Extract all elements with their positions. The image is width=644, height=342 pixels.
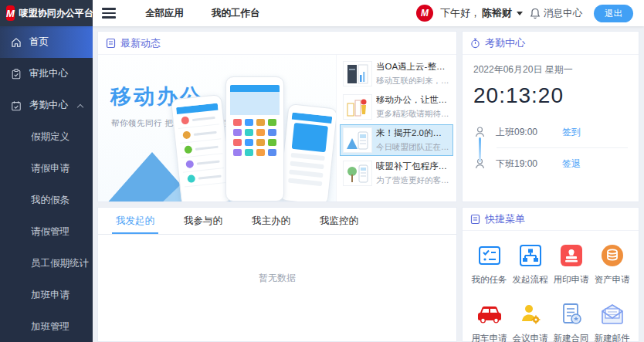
quick-item-new-mail[interactable]: 新建邮件: [591, 302, 632, 342]
sidebar-item-label: 审批中心: [29, 67, 68, 80]
check-out-link[interactable]: 签退: [562, 157, 581, 171]
quick-item-asset-request[interactable]: 资产申请: [591, 243, 632, 286]
sidebar-item-attendance-center[interactable]: 考勤中心: [0, 90, 93, 121]
quick-item-meeting-request[interactable]: 会议申请: [510, 302, 551, 342]
quick-item-label: 新建邮件: [591, 333, 632, 342]
quick-menu-grid: 我的任务 发起流程 用印申请 资产申请 用车申请 会议申请 新建合同 新建邮件: [463, 231, 639, 342]
home-icon: [11, 37, 22, 48]
quick-item-label: 我的任务: [469, 274, 510, 286]
tasks-panel: 我发起的 我参与的 我主办的 我监控的 暂无数据: [97, 207, 457, 342]
attendance-clock: 20:13:20: [473, 83, 628, 108]
document-icon: [106, 38, 116, 49]
sidebar-subitem-overtime-management[interactable]: 加班管理: [0, 311, 93, 342]
quick-menu-header: 快捷菜单: [463, 208, 639, 231]
greeting-text: 下午好，: [440, 6, 480, 20]
bell-icon: [530, 8, 541, 19]
quick-item-vehicle-request[interactable]: 用车申请: [469, 302, 510, 342]
sidebar-item-approval-center[interactable]: 审批中心: [0, 58, 93, 90]
attendance-date: 2022年06月20日 星期一: [473, 63, 628, 76]
news-item[interactable]: 唛盟补丁包程序更新 为了营造更好的客户体验，唛: [340, 157, 453, 189]
stopwatch-icon: [470, 38, 480, 49]
news-title: 唛盟补丁包程序更新: [376, 161, 450, 172]
sidebar-item-label: 考勤中心: [29, 99, 68, 112]
sidebar-item-label: 首页: [29, 36, 49, 49]
news-item[interactable]: 当OA遇上云-整个协同OA 移动互联的到来，让OA与云: [340, 58, 453, 90]
tab-monitored-by-me[interactable]: 我监控的: [305, 208, 373, 234]
quick-item-my-tasks[interactable]: 我的任务: [469, 243, 510, 286]
quick-menu-panel: 快捷菜单 我的任务 发起流程 用印申请 资产申请 用车申请 会议申请 新建合: [462, 207, 639, 342]
panel-title: 快捷菜单: [485, 212, 525, 226]
brand-logo: M: [6, 5, 15, 21]
nav-all-apps[interactable]: 全部应用: [145, 7, 184, 20]
logout-button[interactable]: 退出: [594, 5, 633, 22]
panel-title: 最新动态: [120, 36, 161, 50]
news-item-selected[interactable]: 来！揭开2.0的神秘面纱- 今日唛盟团队正在加班加点,: [340, 124, 453, 156]
attendance-body: 2022年06月20日 星期一 20:13:20 上班09:00 签到 下班19…: [463, 55, 639, 184]
check-in-label: 上班09:00: [496, 126, 537, 139]
news-title: 移动办公，让世界触手可: [376, 94, 450, 106]
sidebar-subitem-leave-request[interactable]: 请假申请: [0, 153, 93, 185]
tab-hosted-by-me[interactable]: 我主办的: [237, 208, 305, 234]
sidebar-subitem-holiday-definition[interactable]: 假期定义: [0, 121, 93, 153]
document-icon: [470, 214, 480, 225]
sidebar-subitem-my-leave-slips[interactable]: 我的假条: [0, 185, 93, 216]
check-in-row: 上班09:00 签到: [473, 120, 628, 144]
quick-item-label: 用印申请: [551, 274, 591, 286]
avatar[interactable]: M: [416, 5, 433, 22]
person-icon: [473, 126, 486, 138]
news-panel-header: 最新动态: [98, 32, 456, 55]
quick-item-seal-request[interactable]: 用印申请: [551, 243, 591, 286]
phone-mockup: [225, 76, 284, 201]
logo-block[interactable]: M 唛盟协同办公平台: [0, 0, 93, 26]
tasks-tabs: 我发起的 我参与的 我主办的 我监控的: [98, 208, 456, 235]
timeline-connector: [479, 137, 481, 162]
attendance-panel: 考勤中心 2022年06月20日 星期一 20:13:20 上班09:00 签到…: [462, 31, 639, 202]
check-out-label: 下班19:00: [496, 157, 537, 171]
quick-item-new-contract[interactable]: 新建合同: [551, 302, 591, 342]
username: 陈裕财: [482, 6, 512, 20]
check-in-link[interactable]: 签到: [562, 126, 581, 139]
phone-mockups: [175, 72, 333, 201]
news-list: 当OA遇上云-整个协同OA 移动互联的到来，让OA与云 移动办公，让世界触手可 …: [336, 55, 456, 201]
sidebar-item-home[interactable]: 首页: [0, 26, 93, 58]
news-thumbnail: [343, 161, 372, 186]
empty-state-text: 暂无数据: [98, 272, 456, 285]
news-banner[interactable]: 移动办公 帮你领先同行 把工作带出办公室: [98, 55, 336, 201]
news-thumbnail: [343, 94, 372, 120]
panel-title: 考勤中心: [485, 36, 525, 50]
news-desc: 为了营造更好的客户体验，唛: [376, 175, 450, 186]
news-thumbnail: [343, 61, 372, 86]
news-desc: 移动互联的到来，让OA与云: [376, 76, 450, 86]
car-icon: [477, 303, 502, 325]
calendar-check-icon: [11, 100, 22, 111]
meeting-icon: [519, 303, 542, 326]
mail-icon: [600, 303, 625, 325]
quick-item-label: 新建合同: [551, 333, 591, 342]
sidebar-subitem-overtime-request[interactable]: 加班申请: [0, 279, 93, 311]
message-center[interactable]: 消息中心: [530, 7, 582, 20]
sidebar-subitem-leave-management[interactable]: 请假管理: [0, 216, 93, 248]
user-menu[interactable]: 下午好， 陈裕财: [440, 6, 523, 20]
tab-participated-by-me[interactable]: 我参与的: [169, 208, 237, 234]
sidebar-subitem-staff-holiday-stats[interactable]: 员工假期统计: [0, 248, 93, 279]
quick-item-start-flow[interactable]: 发起流程: [510, 243, 551, 286]
nav-my-workbench[interactable]: 我的工作台: [212, 7, 260, 20]
news-thumbnail: [343, 127, 372, 153]
chevron-down-icon: [517, 12, 523, 19]
phone-mockup: [171, 94, 232, 201]
divider: [497, 147, 628, 148]
asset-icon: [601, 244, 624, 267]
news-desc: 更多精彩敬请期待.......: [376, 109, 450, 120]
news-item[interactable]: 移动办公，让世界触手可 更多精彩敬请期待.......: [340, 91, 453, 123]
contract-icon: [560, 303, 583, 326]
quick-item-label: 用车申请: [469, 333, 510, 342]
tab-initiated-by-me[interactable]: 我发起的: [101, 208, 169, 234]
stamp-icon: [560, 244, 583, 267]
clipboard-check-icon: [11, 69, 22, 80]
flow-icon: [519, 244, 542, 267]
check-out-row: 下班19:00 签退: [473, 152, 628, 175]
menu-toggle-icon[interactable]: [102, 5, 116, 21]
task-list-icon: [478, 244, 501, 267]
message-center-label: 消息中心: [544, 7, 582, 20]
quick-item-label: 发起流程: [510, 274, 551, 286]
